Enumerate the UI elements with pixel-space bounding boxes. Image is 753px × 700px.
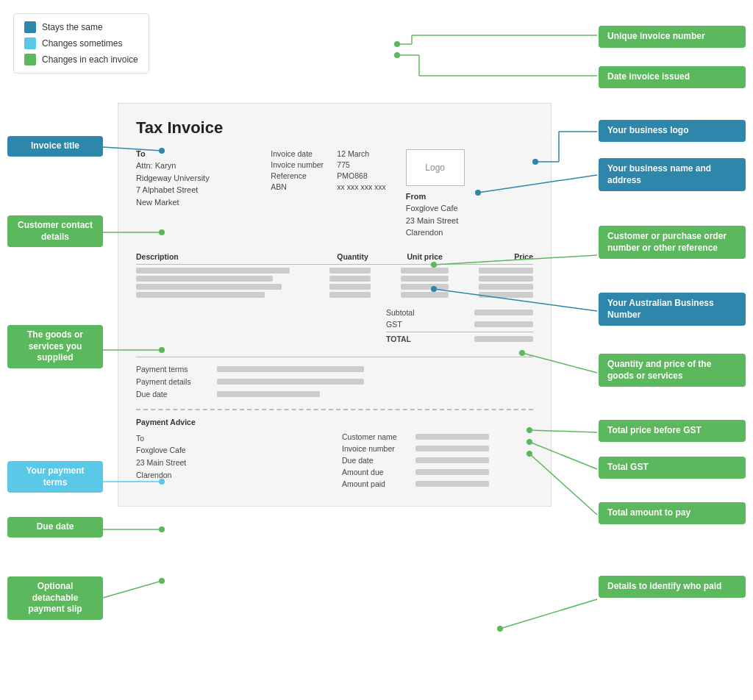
- total-bar: [474, 336, 533, 342]
- cell-desc-1: [136, 268, 313, 274]
- cell-price-2: [462, 276, 533, 282]
- cell-unit-3: [388, 284, 462, 290]
- cell-desc-2: [136, 276, 313, 282]
- invoice-top-section: To Attn: Karyn Ridgeway University 7 Alp…: [136, 149, 533, 239]
- svg-line-38: [500, 599, 597, 629]
- cell-qty-3: [313, 284, 388, 290]
- advice-amount-due: Amount due: [342, 468, 533, 476]
- total-label: TOTAL: [386, 335, 411, 343]
- label-due-date: Due date: [7, 517, 103, 538]
- label-identify-who-paid: Details to identify who paid: [599, 576, 746, 598]
- advice-amount-paid: Amount paid: [342, 479, 533, 488]
- svg-point-19: [394, 52, 400, 58]
- cell-qty-4: [313, 292, 388, 298]
- payment-details-label: Payment details: [136, 377, 217, 386]
- advice-content: To Foxglove Cafe 23 Main Street Clarendo…: [136, 432, 533, 491]
- table-row: [136, 284, 533, 290]
- svg-point-15: [394, 41, 400, 47]
- advice-due-date: Due date: [342, 456, 533, 465]
- col-header-desc: Description: [136, 252, 316, 261]
- legend-item-changes-each: Changes in each invoice: [24, 54, 138, 65]
- legend-item-stays: Stays the same: [24, 21, 138, 33]
- svg-line-10: [103, 581, 162, 598]
- totals-section: Subtotal GST TOTAL: [136, 308, 533, 346]
- cell-unit-1: [388, 268, 462, 274]
- advice-to-line-2: 23 Main Street: [136, 457, 327, 469]
- col-header-unit: Unit price: [389, 252, 461, 261]
- cell-desc-4: [136, 292, 313, 298]
- label-business-name: Your business name and address: [599, 158, 746, 191]
- gst-label: GST: [386, 320, 402, 329]
- legend-item-changes-sometimes: Changes sometimes: [24, 38, 138, 49]
- legend: Stays the same Changes sometimes Changes…: [13, 13, 149, 74]
- subtotal-bar: [474, 310, 533, 315]
- advice-to-line-1: Foxglove Cafe: [136, 444, 327, 457]
- to-label: To: [136, 149, 263, 158]
- meta-invoice-date: Invoice date 12 March: [271, 149, 398, 158]
- to-line-1: Attn: Karyn: [136, 160, 263, 172]
- col-header-price: Price: [461, 252, 533, 261]
- total-gst-row: GST: [386, 320, 533, 329]
- invoice-table: Description Quantity Unit price Price: [136, 252, 533, 298]
- advice-title: Payment Advice: [136, 418, 533, 426]
- due-date-row: Due date: [136, 390, 533, 399]
- due-date-bar: [217, 391, 320, 397]
- meta-abn: ABN xx xxx xxx xxx: [271, 182, 398, 191]
- from-line-2: 23 Main Street: [406, 215, 533, 227]
- legend-color-lightblue: [24, 38, 36, 49]
- cell-qty-1: [313, 268, 388, 274]
- subtotal-label: Subtotal: [386, 308, 415, 317]
- advice-to-label: To: [136, 432, 327, 445]
- payment-details-bar: [217, 379, 364, 385]
- col-header-qty: Quantity: [316, 252, 388, 261]
- label-customer-order: Customer or purchase order number or oth…: [599, 226, 746, 259]
- svg-point-9: [159, 526, 165, 532]
- cell-price-4: [462, 292, 533, 298]
- totals-block: Subtotal GST TOTAL: [386, 308, 533, 346]
- advice-to-line-3: Clarendon: [136, 469, 327, 482]
- cell-desc-3: [136, 284, 313, 290]
- table-row: [136, 276, 533, 282]
- payment-terms-label: Payment terms: [136, 365, 217, 374]
- advice-left: To Foxglove Cafe 23 Main Street Clarendo…: [136, 432, 327, 491]
- label-goods-services: The goods or services you supplied: [7, 325, 103, 368]
- to-line-3: 7 Alphabet Street: [136, 184, 263, 196]
- label-unique-invoice: Unique invoice number: [599, 26, 746, 48]
- to-line-4: New Market: [136, 196, 263, 209]
- table-row: [136, 268, 533, 274]
- legend-color-green: [24, 54, 36, 65]
- to-line-2: Ridgeway University: [136, 172, 263, 185]
- from-label: From: [406, 192, 533, 201]
- total-subtotal-row: Subtotal: [386, 308, 533, 317]
- from-line-3: Clarendon: [406, 226, 533, 239]
- label-business-logo: Your business logo: [599, 120, 746, 142]
- payment-section: Payment terms Payment details Due date: [136, 357, 533, 399]
- cell-unit-2: [388, 276, 462, 282]
- label-total-pay: Total amount to pay: [599, 502, 746, 524]
- label-total-gst: Total GST: [599, 457, 746, 479]
- payment-details-row: Payment details: [136, 377, 533, 386]
- label-customer-contact: Customer contact details: [7, 215, 103, 247]
- total-total-row: TOTAL: [386, 332, 533, 343]
- svg-point-39: [497, 626, 503, 632]
- meta-reference: Reference PMO868: [271, 171, 398, 180]
- label-abn: Your Australian Business Number: [599, 293, 746, 326]
- table-row: [136, 292, 533, 298]
- payment-terms-bar: [217, 366, 364, 372]
- cell-price-1: [462, 268, 533, 274]
- from-line-1: Foxglove Cafe: [406, 202, 533, 215]
- cell-unit-4: [388, 292, 462, 298]
- label-invoice-title: Invoice title: [7, 136, 103, 157]
- advice-right: Customer name Invoice number Due date Am…: [327, 432, 533, 491]
- payment-advice-section: Payment Advice To Foxglove Cafe 23 Main …: [136, 409, 533, 491]
- label-optional-payment: Optional detachable payment slip: [7, 576, 103, 620]
- advice-invoice-number: Invoice number: [342, 444, 533, 453]
- label-qty-price: Quantity and price of the goods or servi…: [599, 354, 746, 387]
- payment-terms-row: Payment terms: [136, 365, 533, 374]
- cell-qty-2: [313, 276, 388, 282]
- table-header-row: Description Quantity Unit price Price: [136, 252, 533, 265]
- legend-color-blue: [24, 21, 36, 33]
- label-payment-terms: Your payment terms: [7, 461, 103, 493]
- meta-invoice-number: Invoice number 775: [271, 160, 398, 169]
- invoice-from-block: Logo From Foxglove Cafe 23 Main Street C…: [399, 149, 533, 239]
